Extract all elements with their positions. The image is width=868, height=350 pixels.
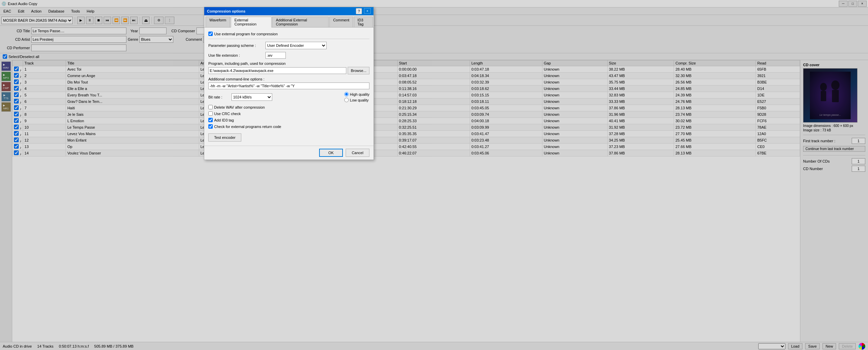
dialog-overlay: Compression options ? × Waveform Externa… xyxy=(0,0,868,350)
cancel-btn[interactable]: Cancel xyxy=(346,149,369,157)
test-encoder-container: Test encoder xyxy=(208,131,369,142)
cmdline-input[interactable] xyxy=(208,82,369,89)
dialog-sep-1 xyxy=(208,39,369,39)
param-scheme-row: Parameter passing scheme : User Defined … xyxy=(208,42,369,49)
check-return-row: Check for external programs return code xyxy=(208,124,369,129)
program-label-row: Program, including path, used for compre… xyxy=(208,61,369,66)
browse-btn[interactable]: Browse... xyxy=(348,67,369,74)
app-window: 💿 Exact Audio Copy ─ □ × EAC Edit Action… xyxy=(0,0,868,350)
param-scheme-label: Parameter passing scheme : xyxy=(208,43,263,48)
dialog-titlebar: Compression options ? × xyxy=(204,7,374,15)
tab-comment[interactable]: Comment xyxy=(329,17,353,27)
high-quality-row: High quality xyxy=(344,92,369,96)
ok-btn[interactable]: OK xyxy=(319,149,343,157)
file-ext-input[interactable] xyxy=(265,52,286,59)
add-id3-row: Add ID3 tag xyxy=(208,118,369,122)
dialog-buttons: OK Cancel xyxy=(204,146,374,160)
dialog-help-btn[interactable]: ? xyxy=(356,8,362,14)
add-id3-label: Add ID3 tag xyxy=(214,118,234,122)
dialog-close-btn[interactable]: × xyxy=(364,8,371,14)
param-scheme-select[interactable]: User Defined Encoder xyxy=(265,42,327,49)
tab-additional-external[interactable]: Additional External Compression xyxy=(272,17,329,27)
high-quality-radio[interactable] xyxy=(344,92,349,96)
dialog-content: Use external program for compression Par… xyxy=(204,27,374,146)
file-ext-label: Use file extension : xyxy=(208,53,263,57)
bitrate-select[interactable]: 1024 kBit/s xyxy=(231,93,272,101)
low-quality-radio[interactable] xyxy=(344,98,349,102)
use-external-row: Use external program for compression xyxy=(208,32,369,36)
dialog-tabs: Waveform External Compression Additional… xyxy=(204,15,374,27)
test-encoder-btn[interactable]: Test encoder xyxy=(208,133,241,142)
cmdline-label: Additional command-line options : xyxy=(208,77,369,81)
quality-group: High quality Low quality xyxy=(344,92,369,102)
check-return-label: Check for external programs return code xyxy=(214,125,281,129)
use-crc-checkbox[interactable] xyxy=(208,111,213,116)
bitrate-row: Bit rate : 1024 kBit/s High quality Low … xyxy=(208,92,369,102)
low-quality-row: Low quality xyxy=(344,98,369,102)
use-external-checkbox[interactable] xyxy=(208,32,213,36)
program-row: Browse... xyxy=(208,67,369,74)
tab-waveform[interactable]: Waveform xyxy=(206,17,230,27)
file-ext-row: Use file extension : xyxy=(208,52,369,59)
dialog-titlebar-controls: ? × xyxy=(356,8,371,14)
check-return-checkbox[interactable] xyxy=(208,124,213,129)
low-quality-label: Low quality xyxy=(350,98,369,102)
compression-dialog: Compression options ? × Waveform Externa… xyxy=(204,7,374,160)
cmdline-row xyxy=(208,82,369,89)
delete-wav-label: Delete WAV after compression xyxy=(214,105,265,109)
checkboxes-group: Delete WAV after compression Use CRC che… xyxy=(208,105,369,129)
dialog-title: Compression options xyxy=(207,9,245,13)
program-path-input[interactable] xyxy=(208,67,346,74)
high-quality-label: High quality xyxy=(350,92,369,96)
delete-wav-row: Delete WAV after compression xyxy=(208,105,369,109)
tab-id3-tag[interactable]: ID3 Tag xyxy=(354,17,373,27)
use-crc-row: Use CRC check xyxy=(208,111,369,116)
use-crc-label: Use CRC check xyxy=(214,112,241,116)
bitrate-label: Bit rate : xyxy=(208,95,229,99)
tab-external-compression[interactable]: External Compression xyxy=(231,17,272,27)
delete-wav-checkbox[interactable] xyxy=(208,105,213,109)
add-id3-checkbox[interactable] xyxy=(208,118,213,122)
use-external-label: Use external program for compression xyxy=(214,32,278,36)
